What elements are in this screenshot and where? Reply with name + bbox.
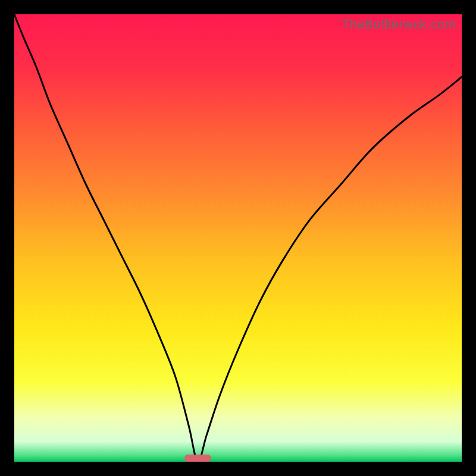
plot-area: TheBottleneck.com — [14, 14, 462, 462]
watermark-text: TheBottleneck.com — [342, 17, 456, 32]
chart-frame: TheBottleneck.com — [0, 0, 476, 476]
optimal-marker — [184, 455, 211, 462]
bottleneck-curve — [14, 14, 462, 462]
